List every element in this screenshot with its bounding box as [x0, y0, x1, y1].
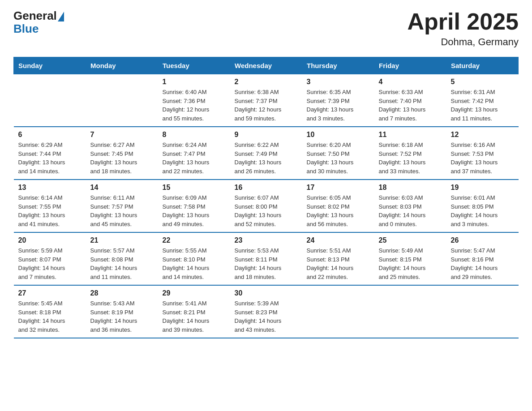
day-info: Sunrise: 6:03 AM Sunset: 8:03 PM Dayligh…: [379, 193, 442, 228]
calendar-table: SundayMondayTuesdayWednesdayThursdayFrid…: [13, 57, 519, 338]
day-info: Sunrise: 6:38 AM Sunset: 7:37 PM Dayligh…: [235, 88, 298, 123]
day-number: 12: [451, 131, 514, 139]
calendar-cell: 24Sunrise: 5:51 AM Sunset: 8:13 PM Dayli…: [302, 232, 374, 285]
page-title: April 2025: [407, 9, 519, 34]
calendar-week-row: 1Sunrise: 6:40 AM Sunset: 7:36 PM Daylig…: [14, 74, 519, 127]
calendar-cell: 28Sunrise: 5:43 AM Sunset: 8:19 PM Dayli…: [86, 285, 158, 338]
calendar-cell: 13Sunrise: 6:14 AM Sunset: 7:55 PM Dayli…: [14, 180, 86, 232]
day-info: Sunrise: 6:29 AM Sunset: 7:44 PM Dayligh…: [18, 141, 82, 176]
calendar-week-row: 20Sunrise: 5:59 AM Sunset: 8:07 PM Dayli…: [14, 232, 519, 285]
day-info: Sunrise: 6:09 AM Sunset: 7:58 PM Dayligh…: [163, 193, 226, 228]
calendar-cell: 20Sunrise: 5:59 AM Sunset: 8:07 PM Dayli…: [14, 232, 86, 285]
day-number: 17: [307, 184, 370, 192]
day-info: Sunrise: 5:59 AM Sunset: 8:07 PM Dayligh…: [18, 246, 82, 281]
day-number: 7: [90, 131, 154, 139]
logo-triangle-icon: [58, 12, 64, 21]
day-number: 1: [163, 78, 226, 86]
calendar-cell: [14, 74, 86, 127]
day-info: Sunrise: 6:18 AM Sunset: 7:52 PM Dayligh…: [379, 141, 442, 176]
day-number: 3: [307, 78, 370, 86]
title-block: April 2025 Dohma, Germany: [407, 9, 519, 48]
weekday-header-friday: Friday: [374, 57, 446, 74]
logo-general-text: General: [13, 9, 57, 23]
day-info: Sunrise: 6:07 AM Sunset: 8:00 PM Dayligh…: [235, 193, 298, 228]
day-number: 21: [90, 236, 154, 244]
page-subtitle: Dohma, Germany: [407, 36, 519, 48]
day-info: Sunrise: 5:39 AM Sunset: 8:23 PM Dayligh…: [235, 299, 298, 334]
day-number: 4: [379, 78, 442, 86]
calendar-header-row: SundayMondayTuesdayWednesdayThursdayFrid…: [14, 57, 519, 74]
weekday-header-sunday: Sunday: [14, 57, 86, 74]
weekday-header-saturday: Saturday: [446, 57, 519, 74]
calendar-cell: 18Sunrise: 6:03 AM Sunset: 8:03 PM Dayli…: [374, 180, 446, 232]
calendar-cell: [374, 285, 446, 338]
calendar-cell: [446, 285, 519, 338]
day-number: 19: [451, 184, 514, 192]
calendar-cell: 26Sunrise: 5:47 AM Sunset: 8:16 PM Dayli…: [446, 232, 519, 285]
day-info: Sunrise: 5:53 AM Sunset: 8:11 PM Dayligh…: [235, 246, 298, 281]
calendar-cell: 4Sunrise: 6:33 AM Sunset: 7:40 PM Daylig…: [374, 74, 446, 127]
calendar-cell: 14Sunrise: 6:11 AM Sunset: 7:57 PM Dayli…: [86, 180, 158, 232]
calendar-cell: 15Sunrise: 6:09 AM Sunset: 7:58 PM Dayli…: [158, 180, 230, 232]
calendar-cell: 30Sunrise: 5:39 AM Sunset: 8:23 PM Dayli…: [230, 285, 302, 338]
calendar-cell: 2Sunrise: 6:38 AM Sunset: 7:37 PM Daylig…: [230, 74, 302, 127]
calendar-cell: [86, 74, 158, 127]
weekday-header-tuesday: Tuesday: [158, 57, 230, 74]
day-info: Sunrise: 5:47 AM Sunset: 8:16 PM Dayligh…: [451, 246, 514, 281]
day-number: 10: [307, 131, 370, 139]
calendar-cell: 22Sunrise: 5:55 AM Sunset: 8:10 PM Dayli…: [158, 232, 230, 285]
calendar-cell: 19Sunrise: 6:01 AM Sunset: 8:05 PM Dayli…: [446, 180, 519, 232]
day-number: 25: [379, 236, 442, 244]
day-info: Sunrise: 5:57 AM Sunset: 8:08 PM Dayligh…: [90, 246, 154, 281]
day-number: 20: [18, 236, 82, 244]
day-info: Sunrise: 5:49 AM Sunset: 8:15 PM Dayligh…: [379, 246, 442, 281]
day-number: 23: [235, 236, 298, 244]
calendar-cell: 6Sunrise: 6:29 AM Sunset: 7:44 PM Daylig…: [14, 127, 86, 180]
day-number: 29: [163, 289, 226, 297]
logo-blue-text: Blue: [13, 22, 39, 36]
day-info: Sunrise: 6:33 AM Sunset: 7:40 PM Dayligh…: [379, 88, 442, 123]
day-info: Sunrise: 6:24 AM Sunset: 7:47 PM Dayligh…: [163, 141, 226, 176]
day-number: 6: [18, 131, 82, 139]
day-info: Sunrise: 5:51 AM Sunset: 8:13 PM Dayligh…: [307, 246, 370, 281]
calendar-cell: 21Sunrise: 5:57 AM Sunset: 8:08 PM Dayli…: [86, 232, 158, 285]
day-number: 5: [451, 78, 514, 86]
day-info: Sunrise: 6:22 AM Sunset: 7:49 PM Dayligh…: [235, 141, 298, 176]
day-info: Sunrise: 6:14 AM Sunset: 7:55 PM Dayligh…: [18, 193, 82, 228]
day-info: Sunrise: 5:55 AM Sunset: 8:10 PM Dayligh…: [163, 246, 226, 281]
calendar-cell: 17Sunrise: 6:05 AM Sunset: 8:02 PM Dayli…: [302, 180, 374, 232]
calendar-cell: 1Sunrise: 6:40 AM Sunset: 7:36 PM Daylig…: [158, 74, 230, 127]
day-info: Sunrise: 6:05 AM Sunset: 8:02 PM Dayligh…: [307, 193, 370, 228]
calendar-cell: 7Sunrise: 6:27 AM Sunset: 7:45 PM Daylig…: [86, 127, 158, 180]
day-info: Sunrise: 6:11 AM Sunset: 7:57 PM Dayligh…: [90, 193, 154, 228]
day-info: Sunrise: 5:43 AM Sunset: 8:19 PM Dayligh…: [90, 299, 154, 334]
day-number: 22: [163, 236, 226, 244]
day-number: 8: [163, 131, 226, 139]
calendar-cell: 16Sunrise: 6:07 AM Sunset: 8:00 PM Dayli…: [230, 180, 302, 232]
day-number: 9: [235, 131, 298, 139]
day-info: Sunrise: 6:20 AM Sunset: 7:50 PM Dayligh…: [307, 141, 370, 176]
calendar-week-row: 6Sunrise: 6:29 AM Sunset: 7:44 PM Daylig…: [14, 127, 519, 180]
day-number: 28: [90, 289, 154, 297]
calendar-cell: 8Sunrise: 6:24 AM Sunset: 7:47 PM Daylig…: [158, 127, 230, 180]
day-info: Sunrise: 6:27 AM Sunset: 7:45 PM Dayligh…: [90, 141, 154, 176]
day-info: Sunrise: 6:01 AM Sunset: 8:05 PM Dayligh…: [451, 193, 514, 228]
day-number: 24: [307, 236, 370, 244]
day-number: 15: [163, 184, 226, 192]
weekday-header-wednesday: Wednesday: [230, 57, 302, 74]
calendar-week-row: 13Sunrise: 6:14 AM Sunset: 7:55 PM Dayli…: [14, 180, 519, 232]
calendar-cell: 29Sunrise: 5:41 AM Sunset: 8:21 PM Dayli…: [158, 285, 230, 338]
weekday-header-monday: Monday: [86, 57, 158, 74]
day-info: Sunrise: 6:40 AM Sunset: 7:36 PM Dayligh…: [163, 88, 226, 123]
calendar-cell: 25Sunrise: 5:49 AM Sunset: 8:15 PM Dayli…: [374, 232, 446, 285]
logo: General Blue: [13, 9, 64, 36]
day-number: 2: [235, 78, 298, 86]
calendar-cell: 10Sunrise: 6:20 AM Sunset: 7:50 PM Dayli…: [302, 127, 374, 180]
day-info: Sunrise: 6:35 AM Sunset: 7:39 PM Dayligh…: [307, 88, 370, 123]
calendar-week-row: 27Sunrise: 5:45 AM Sunset: 8:18 PM Dayli…: [14, 285, 519, 338]
calendar-cell: [302, 285, 374, 338]
day-number: 26: [451, 236, 514, 244]
calendar-cell: 27Sunrise: 5:45 AM Sunset: 8:18 PM Dayli…: [14, 285, 86, 338]
day-number: 13: [18, 184, 82, 192]
calendar-cell: 5Sunrise: 6:31 AM Sunset: 7:42 PM Daylig…: [446, 74, 519, 127]
